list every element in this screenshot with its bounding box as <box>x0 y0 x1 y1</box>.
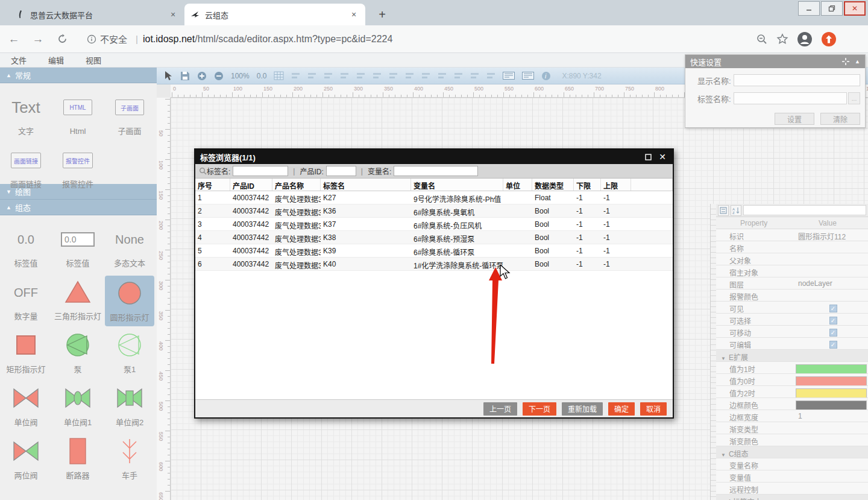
tag-name-filter-input[interactable] <box>233 166 288 176</box>
dock-icon[interactable] <box>841 57 850 66</box>
property-value[interactable]: ✓ <box>794 302 868 313</box>
widget-tag-value-box[interactable]: 0.0标签值 <box>52 221 104 274</box>
zoom-out-icon[interactable] <box>756 33 768 45</box>
widget-sub-screen[interactable]: 子画面子画面 <box>104 89 156 142</box>
reload-button[interactable]: 重新加载 <box>562 402 603 416</box>
property-value[interactable] <box>794 265 868 277</box>
categorize-icon[interactable] <box>718 205 729 216</box>
section-scada[interactable]: ▲组态 <box>0 200 157 215</box>
property-value[interactable]: 圆形指示灯112 <box>794 229 868 241</box>
property-value[interactable] <box>794 470 868 482</box>
table-row[interactable]: 3400037442废气处理数据3K376#除臭系统-负压风机Bool-1-1 <box>195 218 673 231</box>
menu-item-0[interactable]: 文件 <box>0 54 37 66</box>
close-button[interactable]: ✕ <box>844 1 866 16</box>
keyboard-icon[interactable] <box>503 72 515 80</box>
dialog-titlebar[interactable]: 标签浏览器(1/1) ✕ <box>195 150 673 164</box>
forward-icon[interactable]: → <box>28 29 48 49</box>
prev-page-button[interactable]: 上一页 <box>483 402 517 416</box>
property-value[interactable] <box>794 483 868 494</box>
widget-text[interactable]: Text文字 <box>0 89 52 142</box>
property-value[interactable]: ✓ <box>794 314 868 325</box>
clear-button[interactable]: 清除 <box>820 113 860 125</box>
checkbox-checked-icon[interactable]: ✓ <box>829 305 837 312</box>
update-icon[interactable] <box>821 31 837 47</box>
table-row[interactable]: 2400037442废气处理数据3K366#除臭系统-臭氧机Bool-1-1 <box>195 204 673 218</box>
zoom-in-icon[interactable] <box>197 71 207 81</box>
dialog-close-icon[interactable]: ✕ <box>657 151 668 162</box>
checkbox-checked-icon[interactable]: ✓ <box>829 329 837 337</box>
tab-cloud-scada[interactable]: 云组态 × <box>184 4 365 25</box>
widget-hand-switch[interactable]: 车手 <box>104 434 156 484</box>
property-value[interactable]: ✓ <box>794 326 868 337</box>
widget-html[interactable]: HTMLHtml <box>52 89 104 142</box>
widget-tag-value-text[interactable]: 0.0标签值 <box>0 221 52 274</box>
property-value[interactable] <box>794 434 868 446</box>
widget-pump1[interactable]: 泵1 <box>104 328 156 381</box>
tag-name-input[interactable] <box>734 92 847 104</box>
save-icon[interactable] <box>180 71 190 81</box>
keyboard-icon[interactable] <box>522 72 534 80</box>
set-button[interactable]: 设置 <box>775 113 814 125</box>
maximize-icon[interactable] <box>643 151 653 162</box>
widget-pump[interactable]: 泵 <box>52 328 104 381</box>
table-row[interactable]: 4400037442废气处理数据3K386#除臭系统-预湿泵Bool-1-1 <box>195 231 673 244</box>
color-swatch[interactable] <box>796 376 867 385</box>
widget-unit-valve2[interactable]: 单位阀2 <box>104 381 156 434</box>
restore-button[interactable] <box>821 1 843 16</box>
tab-dataplatform[interactable]: 思普云大数据平台 × <box>10 4 184 25</box>
property-value[interactable] <box>794 253 868 265</box>
widget-breaker[interactable]: 断路器 <box>52 434 104 484</box>
widget-circle-indicator[interactable]: 圆形指示灯 <box>105 276 154 326</box>
color-swatch[interactable] <box>796 400 867 410</box>
color-swatch[interactable] <box>796 388 867 397</box>
next-page-button[interactable]: 下一页 <box>523 402 556 416</box>
property-group[interactable]: ▼C组态 <box>716 446 868 458</box>
property-value[interactable] <box>794 290 868 301</box>
select-cursor-icon[interactable] <box>164 71 173 81</box>
property-filter-input[interactable] <box>743 205 866 215</box>
property-value[interactable] <box>794 386 868 397</box>
profile-avatar-icon[interactable] <box>797 31 813 47</box>
property-value[interactable] <box>794 398 868 410</box>
property-group[interactable]: ▼L标签文本 <box>716 495 868 500</box>
table-row[interactable]: 1400037442废气处理数据3K279号化学洗涤除臭系统-Ph值Float-… <box>195 191 673 204</box>
back-icon[interactable]: ← <box>4 29 24 49</box>
checkbox-checked-icon[interactable]: ✓ <box>829 341 837 349</box>
zoom-out-icon[interactable] <box>214 71 224 81</box>
table-row[interactable]: 6400037442废气处理数据3K401#化学洗涤除臭系统-循环泵Bool-1… <box>195 258 673 271</box>
property-value[interactable] <box>794 374 868 385</box>
widget-two-way-valve[interactable]: 两位阀 <box>0 434 52 484</box>
info-icon[interactable]: i <box>541 71 551 81</box>
menu-item-1[interactable]: 编辑 <box>37 54 75 66</box>
panel-resize-gutter[interactable] <box>711 204 716 500</box>
property-value[interactable]: nodeLayer <box>794 277 868 289</box>
sort-az-icon[interactable]: AZ <box>731 205 741 216</box>
widget-unit-valve1[interactable]: 单位阀1 <box>52 381 104 434</box>
widget-digital-value[interactable]: OFF数字量 <box>0 274 52 328</box>
new-tab-button[interactable]: + <box>374 6 391 23</box>
bookmark-star-icon[interactable] <box>776 33 788 45</box>
property-value[interactable]: ✓ <box>794 338 868 349</box>
confirm-button[interactable]: 确定 <box>608 402 635 416</box>
cancel-button[interactable]: 取消 <box>640 402 667 416</box>
property-value[interactable]: 1 <box>794 410 868 422</box>
product-id-filter-input[interactable] <box>326 166 356 176</box>
widget-triangle-indicator[interactable]: 三角形指示灯 <box>52 274 104 328</box>
property-value[interactable] <box>794 362 868 373</box>
display-name-input[interactable] <box>734 74 860 86</box>
tab-close-icon[interactable]: × <box>168 9 178 20</box>
url-field[interactable]: 不安全 | iot.idosp.net/html/scada/editor.as… <box>78 30 747 49</box>
quick-settings-header[interactable]: 快速设置 ▲ <box>685 55 865 68</box>
property-value[interactable] <box>794 458 868 470</box>
info-icon[interactable] <box>87 34 96 44</box>
property-value[interactable] <box>794 241 868 253</box>
table-row[interactable]: 5400037442废气处理数据3K396#除臭系统-循环泵Bool-1-1 <box>195 244 673 258</box>
more-button[interactable]: ... <box>848 92 860 104</box>
section-general[interactable]: ▲常规 <box>0 68 157 83</box>
reload-icon[interactable] <box>52 29 72 49</box>
variable-name-filter-input[interactable] <box>394 166 478 176</box>
widget-rect-indicator[interactable]: 矩形指示灯 <box>0 328 52 381</box>
color-swatch[interactable] <box>796 364 867 373</box>
widget-alarm-control[interactable]: 报警控件报警控件 <box>52 142 104 195</box>
collapse-icon[interactable]: ▲ <box>855 59 860 65</box>
